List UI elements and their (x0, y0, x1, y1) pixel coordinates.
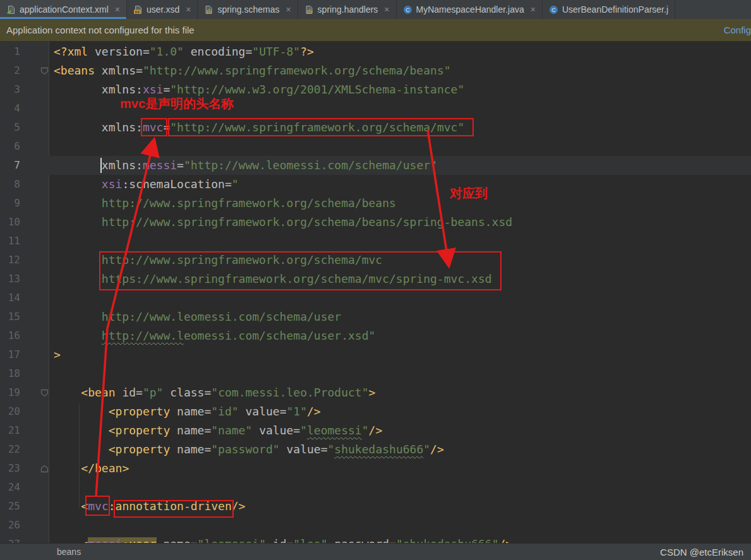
line-number: 15 (0, 307, 20, 326)
tab-label: spring.handlers (318, 4, 378, 15)
tab-label: UserBeanDefinitionParser.j (562, 4, 668, 15)
annotation-box (85, 496, 110, 516)
line-number: 18 (0, 364, 20, 383)
code-line[interactable]: xsi:schemaLocation=" (54, 175, 239, 194)
fold-marker-icon[interactable] (40, 66, 49, 74)
close-icon[interactable]: × (531, 5, 536, 14)
svg-text:C: C (551, 6, 556, 13)
line-number: 22 (0, 440, 20, 459)
text-caret (100, 158, 102, 173)
line-number: 10 (0, 213, 20, 232)
close-icon[interactable]: × (115, 5, 120, 14)
line-number: 17 (0, 345, 20, 364)
code-line[interactable]: http://www.leomessi.com/schema/user.xsd" (54, 326, 375, 345)
code-line[interactable]: <beans xmlns="http://www.springframework… (54, 61, 451, 80)
code-line[interactable]: xmlns:xsi="http://www.w3.org/2001/XMLSch… (54, 80, 464, 99)
banner-action-link[interactable]: Config (724, 25, 751, 35)
editor-tab[interactable]: spring.handlers× (298, 0, 397, 19)
line-number: 9 (0, 194, 20, 213)
banner-message: Application context not configured for t… (6, 25, 195, 35)
line-number: 3 (0, 80, 20, 99)
editor-tab[interactable]: spring.schemas× (198, 0, 297, 19)
fold-marker-icon[interactable] (40, 388, 49, 396)
tab-label: applicationContext.xml (20, 4, 109, 15)
svg-text:C: C (406, 6, 410, 13)
code-line[interactable]: <property name="name" value="leomessi"/> (54, 421, 382, 440)
code-line[interactable]: <messi:user name="leomessi" id="leo" pas… (54, 535, 512, 543)
line-number: 25 (0, 497, 20, 516)
spring-xml-icon (6, 5, 16, 15)
breadcrumb[interactable]: beans (57, 547, 81, 557)
tab-label: user.xsd (147, 4, 179, 15)
annotation-box (114, 500, 234, 518)
ide-window: applicationContext.xml×XSuser.xsd×spring… (0, 0, 751, 560)
java-class-icon: C (403, 5, 412, 15)
properties-icon (304, 5, 314, 15)
annotation-label: mvc是声明的头名称 (120, 95, 234, 112)
line-number: 7 (0, 156, 20, 175)
annotation-box (141, 118, 167, 136)
watermark: CSDN @etcEriksen (660, 547, 743, 557)
editor-tab[interactable]: XSuser.xsd× (127, 0, 198, 19)
line-number: 21 (0, 421, 20, 440)
line-number: 1 (0, 42, 20, 61)
line-number: 8 (0, 175, 20, 194)
line-number: 11 (0, 232, 20, 251)
code-line[interactable]: </bean> (54, 459, 129, 478)
code-line[interactable]: http://www.springframework.org/schema/be… (54, 194, 396, 213)
code-line[interactable]: <property name="password" value="shukeda… (54, 440, 444, 459)
fold-marker-icon[interactable] (40, 464, 49, 472)
line-number: 26 (0, 516, 20, 535)
line-number: 14 (0, 289, 20, 307)
properties-icon (204, 5, 213, 15)
tab-label: MyNamespaceHandler.java (416, 4, 524, 15)
annotation-box (99, 251, 502, 290)
line-number: 5 (0, 118, 20, 137)
java-class-icon: C (549, 5, 558, 15)
annotation-box (168, 118, 474, 136)
line-number: 13 (0, 270, 20, 289)
annotation-label: 对应到 (450, 185, 488, 202)
code-line[interactable]: xmlns:messi="http://www.leomessi.com/sch… (54, 156, 437, 175)
code-line[interactable]: <bean id="p" class="com.messi.leo.Produc… (54, 383, 375, 402)
xsd-icon: XS (133, 5, 143, 15)
line-number: 2 (0, 61, 20, 80)
line-number: 24 (0, 478, 20, 497)
code-line[interactable]: > (54, 345, 61, 364)
annotation-arrow (428, 129, 448, 263)
warning-banner: Application context not configured for t… (0, 19, 751, 41)
close-icon[interactable]: × (384, 5, 389, 14)
code-line[interactable]: http://www.springframework.org/schema/be… (54, 213, 512, 232)
editor-tab[interactable]: applicationContext.xml× (0, 0, 127, 19)
status-bar: beans CSDN @etcEriksen (0, 543, 751, 560)
line-number: 6 (0, 137, 20, 156)
editor-tab[interactable]: CMyNamespaceHandler.java× (397, 0, 543, 19)
line-number: 12 (0, 251, 20, 270)
line-number: 16 (0, 326, 20, 345)
close-icon[interactable]: × (285, 5, 291, 14)
svg-text:XS: XS (135, 10, 140, 14)
code-line[interactable]: <property name="id" value="1"/> (54, 402, 321, 421)
line-number: 20 (0, 402, 20, 421)
tab-bar: applicationContext.xml×XSuser.xsd×spring… (0, 0, 751, 19)
tab-label: spring.schemas (217, 4, 279, 15)
line-number: 27 (0, 535, 20, 543)
line-number: 19 (0, 383, 20, 402)
line-number: 4 (0, 99, 20, 118)
code-line[interactable]: http://www.leomessi.com/schema/user (54, 307, 341, 326)
editor-tab[interactable]: CUserBeanDefinitionParser.j (543, 0, 675, 19)
close-icon[interactable]: × (186, 5, 191, 14)
line-number: 23 (0, 459, 20, 478)
editor[interactable]: 1<?xml version="1.0" encoding="UTF-8"?>2… (0, 41, 751, 543)
code-line[interactable]: <?xml version="1.0" encoding="UTF-8"?> (54, 42, 314, 61)
